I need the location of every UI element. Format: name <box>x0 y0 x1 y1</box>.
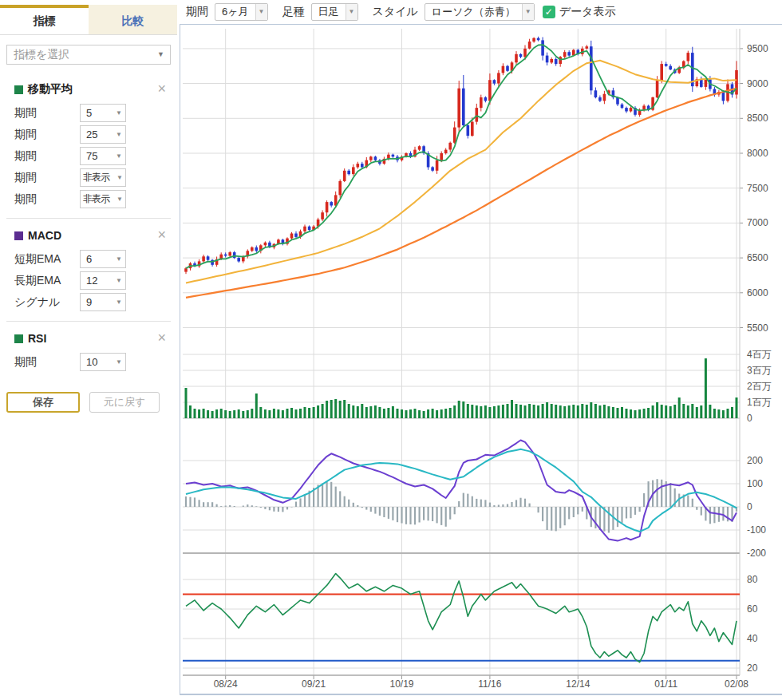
svg-text:80: 80 <box>747 574 758 585</box>
ma-period-row-3: 期間 75 ▼ <box>6 145 171 167</box>
ma-period-row-2: 期間 25 ▼ <box>6 124 171 145</box>
legend-square-icon <box>14 231 23 240</box>
svg-text:0: 0 <box>747 501 752 512</box>
svg-text:3百万: 3百万 <box>747 365 772 376</box>
indicator-select[interactable]: 指標を選択 ▼ <box>6 45 171 65</box>
ma-period-row-1: 期間 5 ▼ <box>6 102 171 124</box>
macd-short-ema-row: 短期EMA 6 ▼ <box>6 248 171 270</box>
chevron-down-icon: ▼ <box>116 294 122 310</box>
row-label: 期間 <box>6 106 80 121</box>
sidebar-buttons: 保存 元に戻す <box>6 392 171 413</box>
tab-compare[interactable]: 比較 <box>89 5 177 34</box>
period-label: 期間 <box>186 5 208 19</box>
chart-toolbar: 期間 6ヶ月 ▼ 足種 日足 ▼ スタイル ローソク（赤青） ▼ ✓ データ表示 <box>180 0 782 24</box>
section-title: 移動平均 <box>28 82 73 97</box>
macd-long-ema-select[interactable]: 12 ▼ <box>80 271 126 290</box>
select-value: 5 <box>86 107 92 119</box>
chevron-down-icon: ▼ <box>116 105 122 121</box>
indicator-select-placeholder: 指標を選択 <box>14 48 69 61</box>
svg-text:0: 0 <box>747 413 752 424</box>
svg-text:7000: 7000 <box>747 217 768 228</box>
svg-text:20: 20 <box>747 662 758 674</box>
close-icon[interactable]: × <box>157 81 166 97</box>
section-moving-average: 移動平均 × 期間 5 ▼ 期間 25 ▼ 期間 75 <box>6 73 171 218</box>
section-macd: MACD × 短期EMA 6 ▼ 長期EMA 12 ▼ シグナル <box>6 218 171 321</box>
row-label: 長期EMA <box>6 274 80 288</box>
period-dropdown[interactable]: 6ヶ月 ▼ <box>215 3 268 21</box>
chart-canvas[interactable]: 08/2409/2110/1911/1612/1401/1102/0895009… <box>180 25 782 694</box>
svg-text:09/21: 09/21 <box>302 678 326 690</box>
svg-text:-200: -200 <box>747 548 766 559</box>
svg-text:200: 200 <box>747 455 763 466</box>
svg-text:7500: 7500 <box>747 183 768 194</box>
close-icon[interactable]: × <box>157 330 166 346</box>
legend-square-icon <box>14 85 23 94</box>
select-value: 12 <box>86 275 97 287</box>
ma-period-3-select[interactable]: 75 ▼ <box>80 147 126 165</box>
select-value: 非表示 <box>83 172 109 183</box>
chevron-down-icon: ▼ <box>255 4 267 20</box>
macd-signal-select[interactable]: 9 ▼ <box>80 293 126 311</box>
style-dropdown[interactable]: ローソク（赤青） ▼ <box>425 3 535 21</box>
ma-period-4-select[interactable]: 非表示 ▼ <box>80 168 126 187</box>
select-value: 75 <box>86 150 97 162</box>
row-label: シグナル <box>6 295 80 310</box>
row-label: 期間 <box>6 171 80 185</box>
rsi-period-row: 期間 10 ▼ <box>6 351 171 373</box>
bartype-value: 日足 <box>312 4 346 20</box>
svg-text:5500: 5500 <box>747 322 768 334</box>
style-label: スタイル <box>373 5 418 19</box>
row-label: 期間 <box>6 355 80 370</box>
svg-text:12/14: 12/14 <box>566 678 590 690</box>
tab-indicators[interactable]: 指標 <box>0 5 89 34</box>
svg-text:8500: 8500 <box>747 113 768 124</box>
svg-text:6000: 6000 <box>747 287 768 299</box>
ma-period-1-select[interactable]: 5 ▼ <box>80 104 126 122</box>
chevron-down-icon: ▼ <box>157 45 164 64</box>
row-label: 期間 <box>6 149 80 164</box>
svg-text:4百万: 4百万 <box>747 349 772 360</box>
select-value: 25 <box>86 129 97 140</box>
chevron-down-icon: ▼ <box>346 4 357 20</box>
section-title: MACD <box>28 229 61 242</box>
macd-short-ema-select[interactable]: 6 ▼ <box>80 250 126 268</box>
section-rsi-header: RSI × <box>6 329 171 348</box>
svg-text:60: 60 <box>747 603 758 615</box>
macd-long-ema-row: 長期EMA 12 ▼ <box>6 270 171 291</box>
section-moving-average-header: 移動平均 × <box>6 80 171 99</box>
svg-text:01/11: 01/11 <box>654 678 677 690</box>
reset-button[interactable]: 元に戻す <box>89 392 160 413</box>
svg-text:40: 40 <box>747 633 758 644</box>
svg-text:02/08: 02/08 <box>725 678 748 690</box>
svg-text:-100: -100 <box>747 524 766 536</box>
ma-period-2-select[interactable]: 25 ▼ <box>80 125 126 144</box>
bartype-label: 足種 <box>282 5 305 19</box>
svg-text:100: 100 <box>747 478 763 489</box>
svg-text:08/24: 08/24 <box>214 678 238 690</box>
data-display-label: データ表示 <box>559 5 616 19</box>
close-icon[interactable]: × <box>157 227 166 243</box>
svg-text:2百万: 2百万 <box>747 381 772 392</box>
save-button[interactable]: 保存 <box>6 392 80 413</box>
macd-signal-row: シグナル 9 ▼ <box>6 291 171 313</box>
rsi-period-select[interactable]: 10 ▼ <box>80 353 126 371</box>
style-value: ローソク（赤青） <box>425 4 522 20</box>
chevron-down-icon: ▼ <box>116 148 122 164</box>
chevron-down-icon: ▼ <box>116 272 122 289</box>
period-value: 6ヶ月 <box>215 4 255 20</box>
tab-indicators-label: 指標 <box>34 14 56 29</box>
chevron-down-icon: ▼ <box>116 354 122 370</box>
chart-main: 期間 6ヶ月 ▼ 足種 日足 ▼ スタイル ローソク（赤青） ▼ ✓ データ表示… <box>180 0 782 700</box>
ma-period-5-select[interactable]: 非表示 ▼ <box>80 190 126 208</box>
data-display-checkbox[interactable]: ✓ <box>543 6 555 18</box>
row-label: 期間 <box>6 192 80 207</box>
ma-period-row-5: 期間 非表示 ▼ <box>6 188 171 210</box>
chevron-down-icon: ▼ <box>117 169 122 186</box>
ma-period-row-4: 期間 非表示 ▼ <box>6 167 171 188</box>
select-value: 6 <box>86 253 92 265</box>
indicator-sidebar: 指標 比較 指標を選択 ▼ 移動平均 × 期間 5 ▼ <box>0 0 177 700</box>
section-title: RSI <box>28 332 46 345</box>
bartype-dropdown[interactable]: 日足 ▼ <box>311 3 358 21</box>
chevron-down-icon: ▼ <box>116 126 122 143</box>
svg-text:6500: 6500 <box>747 252 768 263</box>
